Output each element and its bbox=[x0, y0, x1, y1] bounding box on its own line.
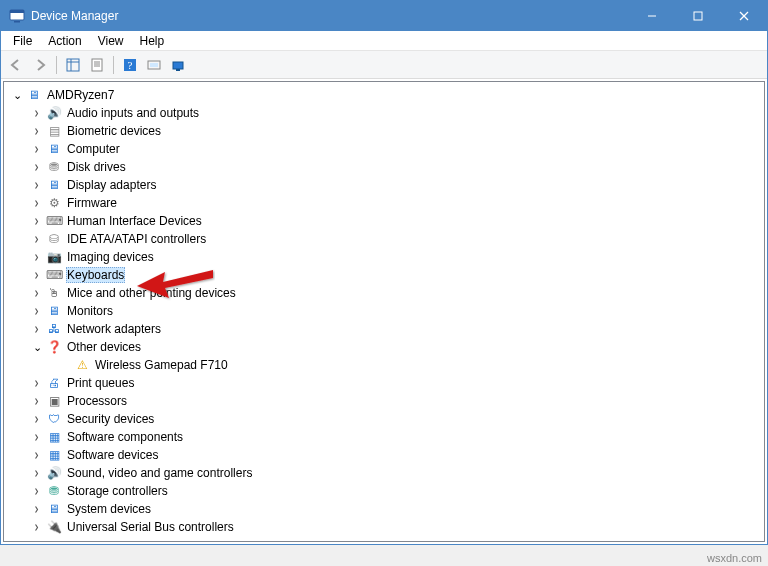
expand-collapse-icon[interactable] bbox=[30, 142, 44, 156]
tree-item-audio[interactable]: 🔊Audio inputs and outputs bbox=[8, 104, 764, 122]
menubar: File Action View Help bbox=[1, 31, 767, 51]
device-manager-window: Device Manager File Action View Help ? 🖥… bbox=[0, 0, 768, 545]
tree-item-other-icon: ❓ bbox=[46, 339, 62, 355]
expand-collapse-icon[interactable] bbox=[30, 466, 44, 480]
tree-item-label: Biometric devices bbox=[66, 124, 162, 138]
tree-item-imaging[interactable]: 📷Imaging devices bbox=[8, 248, 764, 266]
tree-item-label: Software components bbox=[66, 430, 184, 444]
expand-collapse-icon[interactable] bbox=[30, 304, 44, 318]
tree-item-hid[interactable]: ⌨Human Interface Devices bbox=[8, 212, 764, 230]
tree-item-usb-icon: 🔌 bbox=[46, 519, 62, 535]
svg-rect-18 bbox=[173, 62, 183, 69]
expand-collapse-icon[interactable] bbox=[30, 196, 44, 210]
tree-item-keyboards[interactable]: ⌨Keyboards bbox=[8, 266, 764, 284]
tree-item-label: Network adapters bbox=[66, 322, 162, 336]
tree-item-sound-icon: 🔊 bbox=[46, 465, 62, 481]
tree-item-label: Sound, video and game controllers bbox=[66, 466, 253, 480]
tree-item-label: Wireless Gamepad F710 bbox=[94, 358, 229, 372]
scan-hardware-button[interactable] bbox=[143, 54, 165, 76]
tree-item-mice-icon: 🖱 bbox=[46, 285, 62, 301]
tree-item-biometric[interactable]: ▤Biometric devices bbox=[8, 122, 764, 140]
tree-item-label: IDE ATA/ATAPI controllers bbox=[66, 232, 207, 246]
tree-item-swdev-icon: ▦ bbox=[46, 447, 62, 463]
tree-item-sound[interactable]: 🔊Sound, video and game controllers bbox=[8, 464, 764, 482]
expand-collapse-icon[interactable] bbox=[30, 124, 44, 138]
help-button[interactable]: ? bbox=[119, 54, 141, 76]
tree-item-system[interactable]: 🖥System devices bbox=[8, 500, 764, 518]
tree-item-system-icon: 🖥 bbox=[46, 501, 62, 517]
tree-item-diskdrives[interactable]: ⛃Disk drives bbox=[8, 158, 764, 176]
maximize-button[interactable] bbox=[675, 1, 721, 31]
expand-collapse-icon[interactable] bbox=[30, 160, 44, 174]
tree-item-display[interactable]: 🖥Display adapters bbox=[8, 176, 764, 194]
tree-item-security[interactable]: 🛡Security devices bbox=[8, 410, 764, 428]
expand-collapse-icon[interactable] bbox=[58, 358, 72, 372]
back-button[interactable] bbox=[5, 54, 27, 76]
window-title: Device Manager bbox=[31, 9, 629, 23]
tree-item-printq[interactable]: 🖨Print queues bbox=[8, 374, 764, 392]
expand-collapse-icon[interactable] bbox=[30, 232, 44, 246]
tree-item-label: Monitors bbox=[66, 304, 114, 318]
tree-item-network-icon: 🖧 bbox=[46, 321, 62, 337]
expand-collapse-icon[interactable] bbox=[30, 430, 44, 444]
tree-item-firmware[interactable]: ⚙Firmware bbox=[8, 194, 764, 212]
tree-item-imaging-icon: 📷 bbox=[46, 249, 62, 265]
expand-collapse-icon[interactable] bbox=[10, 88, 24, 102]
window-controls bbox=[629, 1, 767, 31]
tree-item-monitors[interactable]: 🖥Monitors bbox=[8, 302, 764, 320]
tree-item-processors-icon: ▣ bbox=[46, 393, 62, 409]
toolbar: ? bbox=[1, 51, 767, 79]
tree-item-swcomp[interactable]: ▦Software components bbox=[8, 428, 764, 446]
expand-collapse-icon[interactable] bbox=[30, 412, 44, 426]
expand-collapse-icon[interactable] bbox=[30, 376, 44, 390]
tree-item-label: Print queues bbox=[66, 376, 135, 390]
expand-collapse-icon[interactable] bbox=[30, 286, 44, 300]
tree-item-label: Universal Serial Bus controllers bbox=[66, 520, 235, 534]
tree-item-audio-icon: 🔊 bbox=[46, 105, 62, 121]
show-hide-tree-button[interactable] bbox=[62, 54, 84, 76]
tree-item-swdev[interactable]: ▦Software devices bbox=[8, 446, 764, 464]
tree-root[interactable]: 🖥AMDRyzen7 bbox=[8, 86, 764, 104]
menu-view[interactable]: View bbox=[90, 32, 132, 50]
close-button[interactable] bbox=[721, 1, 767, 31]
expand-collapse-icon[interactable] bbox=[30, 484, 44, 498]
expand-collapse-icon[interactable] bbox=[30, 268, 44, 282]
expand-collapse-icon[interactable] bbox=[30, 250, 44, 264]
tree-item-storage[interactable]: ⛃Storage controllers bbox=[8, 482, 764, 500]
tree-item-mice[interactable]: 🖱Mice and other pointing devices bbox=[8, 284, 764, 302]
tree-item-wgp[interactable]: ⚠Wireless Gamepad F710 bbox=[8, 356, 764, 374]
menu-file[interactable]: File bbox=[5, 32, 40, 50]
forward-button[interactable] bbox=[29, 54, 51, 76]
tree-item-label: AMDRyzen7 bbox=[46, 88, 115, 102]
tree-item-usb[interactable]: 🔌Universal Serial Bus controllers bbox=[8, 518, 764, 536]
tree-item-security-icon: 🛡 bbox=[46, 411, 62, 427]
tree-item-processors[interactable]: ▣Processors bbox=[8, 392, 764, 410]
tree-item-label: Human Interface Devices bbox=[66, 214, 203, 228]
expand-collapse-icon[interactable] bbox=[30, 322, 44, 336]
minimize-button[interactable] bbox=[629, 1, 675, 31]
svg-text:?: ? bbox=[128, 59, 133, 71]
properties-button[interactable] bbox=[86, 54, 108, 76]
expand-collapse-icon[interactable] bbox=[30, 520, 44, 534]
tree-item-ide[interactable]: ⛁IDE ATA/ATAPI controllers bbox=[8, 230, 764, 248]
tree-item-label: Security devices bbox=[66, 412, 155, 426]
titlebar[interactable]: Device Manager bbox=[1, 1, 767, 31]
expand-collapse-icon[interactable] bbox=[30, 178, 44, 192]
tree-item-label: Disk drives bbox=[66, 160, 127, 174]
expand-collapse-icon[interactable] bbox=[30, 214, 44, 228]
tree-item-network[interactable]: 🖧Network adapters bbox=[8, 320, 764, 338]
menu-action[interactable]: Action bbox=[40, 32, 89, 50]
svg-rect-2 bbox=[14, 21, 20, 23]
svg-rect-7 bbox=[67, 59, 79, 71]
menu-help[interactable]: Help bbox=[132, 32, 173, 50]
expand-collapse-icon[interactable] bbox=[30, 448, 44, 462]
expand-collapse-icon[interactable] bbox=[30, 340, 44, 354]
tree-item-computer[interactable]: 🖥Computer bbox=[8, 140, 764, 158]
watermark: wsxdn.com bbox=[707, 552, 762, 564]
expand-collapse-icon[interactable] bbox=[30, 106, 44, 120]
tree-item-other[interactable]: ❓Other devices bbox=[8, 338, 764, 356]
device-tree[interactable]: 🖥AMDRyzen7🔊Audio inputs and outputs▤Biom… bbox=[3, 81, 765, 542]
expand-collapse-icon[interactable] bbox=[30, 394, 44, 408]
add-legacy-button[interactable] bbox=[167, 54, 189, 76]
expand-collapse-icon[interactable] bbox=[30, 502, 44, 516]
